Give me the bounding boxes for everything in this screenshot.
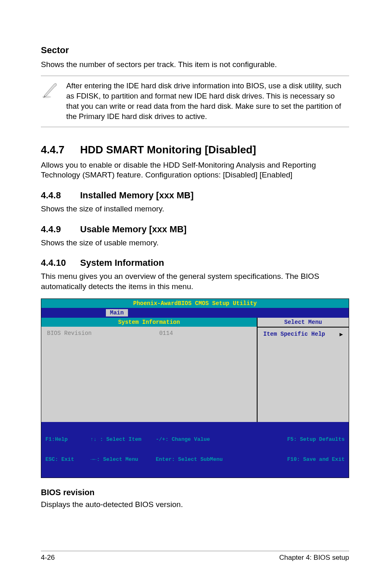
sector-body: Shows the number of sectors per track. T… xyxy=(41,60,349,70)
bios-right-pane: Select Menu Item Specific Help▶ xyxy=(257,318,349,422)
bios-left-header: System Information xyxy=(41,318,257,327)
footer-key-select-submenu: Enter: Select SubMenu xyxy=(156,456,250,463)
bios-menubar: Main xyxy=(41,308,349,318)
heading-bios-revision: BIOS revision xyxy=(41,488,349,497)
footer-key-select-item: ↑↓ : Select Item xyxy=(90,436,156,443)
bios-item-label: BIOS Revision xyxy=(47,330,159,419)
note-text: After entering the IDE hard disk drive i… xyxy=(66,81,349,122)
note-block: After entering the IDE hard disk drive i… xyxy=(41,76,349,127)
pen-icon xyxy=(41,81,59,99)
body-4-4-9: Shows the size of usable memory. xyxy=(41,238,349,248)
chapter-label: Chapter 4: BIOS setup xyxy=(279,554,349,562)
heading-title: Installed Memory [xxx MB] xyxy=(80,190,194,201)
body-4-4-8: Shows the size of installed memory. xyxy=(41,204,349,214)
bios-item-row: BIOS Revision 0114 xyxy=(41,327,257,422)
heading-number: 4.4.9 xyxy=(41,224,69,235)
bios-right-header: Select Menu xyxy=(258,318,349,328)
heading-title: Usable Memory [xxx MB] xyxy=(80,224,186,235)
heading-title: HDD SMART Monitoring [Disabled] xyxy=(80,144,256,156)
body-4-4-7: Allows you to enable or disable the HDD … xyxy=(41,160,349,180)
bios-help-label: Item Specific Help xyxy=(263,331,325,337)
footer-key-exit: ESC: Exit xyxy=(45,456,90,463)
section-heading-sector: Sector xyxy=(41,45,349,56)
bios-title-bar: Phoenix-AwardBIOS CMOS Setup Utility xyxy=(41,299,349,308)
body-4-4-10: This menu gives you an overview of the g… xyxy=(41,272,349,292)
heading-4-4-10: 4.4.10 System Information xyxy=(41,258,349,268)
heading-4-4-7: 4.4.7 HDD SMART Monitoring [Disabled] xyxy=(41,144,349,156)
bios-left-pane: System Information BIOS Revision 0114 xyxy=(41,318,257,422)
footer-key-setup-defaults: F5: Setup Defaults xyxy=(250,436,345,443)
bios-screenshot: Phoenix-AwardBIOS CMOS Setup Utility Mai… xyxy=(41,298,349,478)
footer-key-help: F1:Help xyxy=(45,436,90,443)
footer-key-select-menu: →←: Select Menu xyxy=(90,456,156,463)
bios-help-line: Item Specific Help▶ xyxy=(258,328,349,422)
bios-tab-main: Main xyxy=(106,309,128,316)
triangle-right-icon: ▶ xyxy=(340,331,343,338)
bios-item-value: 0114 xyxy=(159,330,251,419)
bios-footer: F1:Help ESC: Exit ↑↓ : Select Item →←: S… xyxy=(41,422,349,478)
heading-number: 4.4.8 xyxy=(41,190,69,201)
page-number: 4-26 xyxy=(41,554,55,562)
body-bios-revision: Displays the auto-detected BIOS version. xyxy=(41,500,349,510)
heading-4-4-8: 4.4.8 Installed Memory [xxx MB] xyxy=(41,190,349,201)
heading-4-4-9: 4.4.9 Usable Memory [xxx MB] xyxy=(41,224,349,235)
heading-number: 4.4.10 xyxy=(41,258,69,268)
footer-key-change-value: -/+: Change Value xyxy=(156,436,250,443)
footer-key-save-exit: F10: Save and Exit xyxy=(250,456,345,463)
heading-title: System Information xyxy=(80,258,164,268)
page-footer: 4-26 Chapter 4: BIOS setup xyxy=(41,551,349,562)
heading-number: 4.4.7 xyxy=(41,144,69,156)
